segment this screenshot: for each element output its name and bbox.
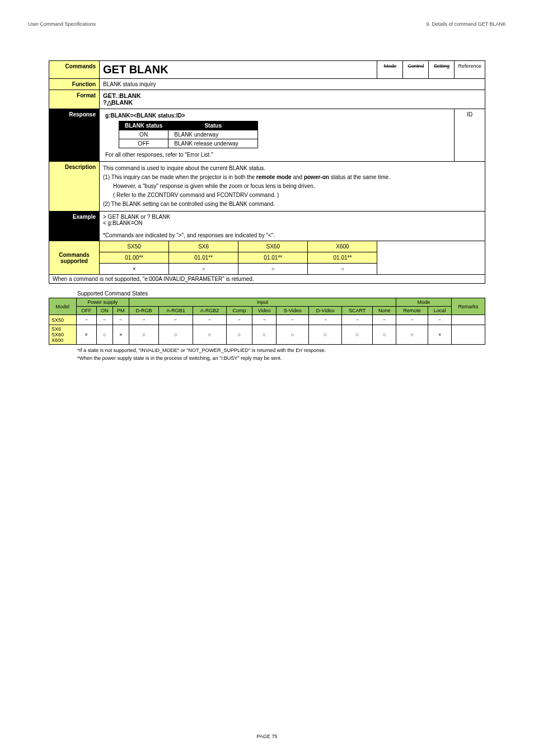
- mode-header: Mode: [377, 61, 403, 79]
- states-remarks-cell: [452, 315, 485, 325]
- states-cell: －: [96, 315, 113, 325]
- states-cell: ○: [341, 325, 372, 345]
- states-subheader: A-RGB2: [193, 307, 226, 315]
- status-k-1: OFF: [119, 139, 168, 148]
- sup-hdr-3: X600: [308, 241, 377, 252]
- label-function: Function: [49, 79, 100, 90]
- response-cell: g:BLANK=<BLANK status:ID> BLANK status S…: [100, 109, 455, 162]
- status-k-0: ON: [119, 130, 168, 139]
- example-cell: > GET BLANK or ? BLANK< g:BLANK=ON *Comm…: [100, 212, 485, 241]
- states-subheader: D-Video: [309, 307, 342, 315]
- description-cell: This command is used to inquire about th…: [100, 162, 485, 212]
- response-header-line: g:BLANK=<BLANK status:ID>: [105, 112, 448, 119]
- supported-note: When a command is not supported, "e:000A…: [49, 275, 485, 284]
- states-model-cell: SX6 SX60 X600: [49, 325, 77, 345]
- label-description: Description: [49, 162, 100, 212]
- id-cell: ID: [455, 109, 485, 162]
- sup-hdr-1: SX6: [169, 241, 238, 252]
- description-line: ( Refer to the ZCONTDRV command and FCON…: [103, 191, 481, 200]
- status-v-1: BLANK release underway: [168, 139, 258, 148]
- states-subheader: Local: [428, 307, 452, 315]
- states-cell: ○: [396, 325, 428, 345]
- states-cell: ○: [252, 325, 277, 345]
- status-th-status: Status: [168, 121, 258, 130]
- states-subheader: Remote: [396, 307, 428, 315]
- response-footer: For all other responses, refer to "Error…: [105, 152, 448, 158]
- states-cell: ×: [113, 325, 129, 345]
- example-line: [103, 226, 481, 232]
- states-cell: －: [227, 315, 252, 325]
- states-cell: －: [113, 315, 129, 325]
- states-cell: ○: [227, 325, 252, 345]
- states-cell: ○: [277, 325, 309, 345]
- states-hdr-remarks: Remarks: [452, 298, 485, 315]
- header-right: 9. Details of command GET BLANK: [427, 21, 506, 27]
- format-line-1: GET□BLANK: [103, 92, 481, 99]
- states-subheader: ON: [96, 307, 113, 315]
- commands-supported-row: Commands supported SX50 SX6 SX60 X600: [49, 241, 485, 252]
- status-row: OFF BLANK release underway: [119, 139, 258, 148]
- header-left: User Command Specifications: [28, 21, 96, 27]
- states-cell: ○: [193, 325, 226, 345]
- footnote-2: *When the power supply state is in the p…: [77, 355, 506, 363]
- sup-val-0: 01.00**: [100, 252, 169, 264]
- format-cell: GET□BLANK ?△BLANK: [100, 90, 485, 109]
- states-cell: －: [252, 315, 277, 325]
- states-cell: －: [159, 315, 193, 325]
- format-line-2: ?△BLANK: [103, 99, 481, 106]
- states-cell: －: [428, 315, 452, 325]
- description-line: However, a "busy" response is given whil…: [103, 182, 481, 191]
- states-cell: ×: [76, 325, 96, 345]
- sup-m-2: ○: [238, 264, 308, 275]
- function-text: BLANK status inquiry: [100, 79, 485, 90]
- description-line: This command is used to inquire about th…: [103, 164, 481, 173]
- footnotes: *If a state is not supported, "INVALID_M…: [77, 347, 506, 362]
- sup-m-3: ○: [308, 264, 377, 275]
- states-cell: －: [129, 315, 158, 325]
- example-line: > GET BLANK or ? BLANK: [103, 214, 481, 220]
- states-cell: ○: [309, 325, 342, 345]
- sup-val-2: 01.01**: [238, 252, 308, 264]
- states-subheader: OFF: [76, 307, 96, 315]
- status-table: BLANK status Status ON BLANK underway OF…: [119, 121, 258, 148]
- states-cell: －: [193, 315, 226, 325]
- sup-m-1: ○: [169, 264, 238, 275]
- example-line: *Commands are indicated by ">", and resp…: [103, 232, 481, 238]
- setting-header: Setting: [429, 61, 455, 79]
- states-subheader: A-RGB1: [159, 307, 193, 315]
- commands-supported-marks: × ○ ○ ○: [49, 264, 485, 275]
- states-cell: －: [373, 315, 396, 325]
- status-v-0: BLANK underway: [168, 130, 258, 139]
- command-title: GET BLANK: [100, 61, 377, 79]
- states-subheader: D-RGB: [129, 307, 158, 315]
- states-subheader: SCART: [341, 307, 372, 315]
- label-format: Format: [49, 90, 100, 109]
- sup-val-3: 01.01**: [308, 252, 377, 264]
- states-hdr-model: Model: [49, 298, 77, 315]
- states-cell: ×: [428, 325, 452, 345]
- label-example: Example: [49, 212, 100, 241]
- states-table: Model Power supply Input Mode Remarks OF…: [49, 298, 485, 345]
- label-commands-supported: Commands supported: [49, 241, 100, 275]
- states-cell: ○: [159, 325, 193, 345]
- control-header: Control: [403, 61, 429, 79]
- states-cell: －: [76, 315, 96, 325]
- states-cell: －: [309, 315, 342, 325]
- sup-m-0: ×: [100, 264, 169, 275]
- status-th-blank: BLANK status: [119, 121, 168, 130]
- page-footer: PAGE 75: [0, 734, 534, 739]
- page-header: User Command Specifications 9. Details o…: [28, 21, 506, 27]
- states-hdr-mode: Mode: [396, 298, 451, 307]
- states-model-cell: SX50: [49, 315, 77, 325]
- states-subheader: None: [373, 307, 396, 315]
- status-row: ON BLANK underway: [119, 130, 258, 139]
- sup-hdr-2: SX60: [238, 241, 308, 252]
- footnote-1: *If a state is not supported, "INVALID_M…: [77, 347, 506, 355]
- main-spec-table: Commands GET BLANK Mode Control Setting …: [49, 60, 485, 284]
- states-remarks-cell: [452, 325, 485, 345]
- states-cell: －: [277, 315, 309, 325]
- states-subheader: Video: [252, 307, 277, 315]
- sup-val-1: 01.01**: [169, 252, 238, 264]
- states-subheader: S-Video: [277, 307, 309, 315]
- states-subheader: PM: [113, 307, 129, 315]
